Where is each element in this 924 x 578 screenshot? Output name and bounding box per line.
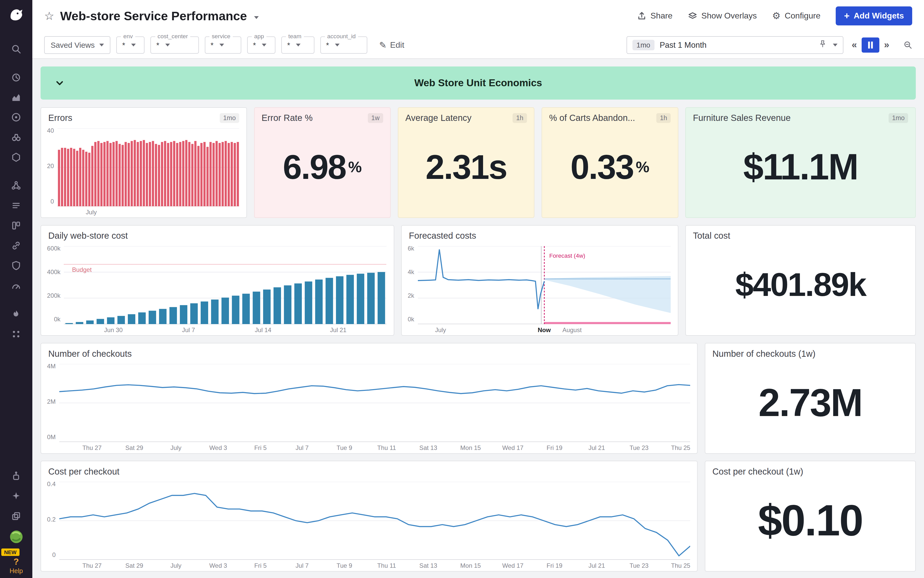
widget-title: Total cost (693, 231, 730, 241)
datadog-logo[interactable] (0, 0, 32, 31)
widget-title: Number of checkouts (1w) (712, 349, 815, 359)
topbar: ☆ Web-store Service Performance Share Sh… (32, 0, 924, 59)
dashboards-icon[interactable] (0, 216, 32, 235)
share-icon (637, 11, 646, 21)
monitors-icon[interactable] (0, 276, 32, 295)
widget-daily-cost: Daily web-store cost 600k400k200k0kBudge… (41, 225, 394, 336)
widget-cost-per-checkout: Cost per checkout 0.40.20Thu 27Sat 29Jul… (41, 461, 698, 572)
template-var-service[interactable]: service * (205, 36, 241, 54)
caret-down-icon (335, 44, 339, 47)
widget-title: Number of checkouts (48, 349, 132, 359)
widget-error-rate: Error Rate % 1w 6.98% (254, 107, 391, 218)
plus-icon: + (844, 11, 849, 21)
assistant-sparkle-icon[interactable] (0, 486, 32, 506)
query-value: $401.89k (686, 242, 915, 335)
page-title: Web-store Service Performance (60, 9, 247, 23)
integrations-icon[interactable] (0, 235, 32, 256)
query-value: 2.31s (398, 125, 534, 218)
widget-title: Furniture Sales Revenue (693, 113, 791, 123)
template-var-team[interactable]: team * (281, 36, 314, 54)
network-icon[interactable] (0, 175, 32, 196)
group-banner: Web Store Unit Economics (41, 67, 916, 100)
favorite-star-icon[interactable]: ☆ (44, 10, 54, 22)
widget-cpc-1w: Cost per checkout (1w) $0.10 (705, 461, 916, 572)
checkouts-chart[interactable]: 4M2M0MThu 27Sat 29JulyWed 3Fri 5Jul 7Tue… (41, 360, 697, 453)
query-value: 0.33% (542, 125, 678, 218)
add-widgets-button[interactable]: + Add Widgets (836, 6, 912, 25)
timeframe-badge: 1h (513, 113, 527, 123)
metrics-icon[interactable] (0, 87, 32, 107)
copy-stack-icon[interactable] (0, 506, 32, 526)
pin-icon[interactable] (818, 39, 827, 50)
forecast-chart[interactable]: 6k4k2k0kForecast (4w)JulyNowAugust (402, 242, 677, 335)
caret-down-icon (165, 44, 170, 47)
template-var-env[interactable]: env * (116, 36, 145, 54)
widget-title: Cost per checkout (1w) (712, 467, 803, 477)
user-avatar[interactable] (0, 526, 32, 547)
caret-down-icon (131, 44, 136, 47)
caret-down-icon (296, 44, 300, 47)
widget-title: Error Rate % (261, 113, 313, 123)
time-range-badge: 1mo (632, 40, 654, 50)
apm-icon[interactable] (0, 127, 32, 147)
widget-carts-abandoned: % of Carts Abandon... 1h 0.33% (542, 107, 678, 218)
errors-chart[interactable]: 40200July (41, 125, 247, 218)
cost-per-checkout-chart[interactable]: 0.40.20Thu 27Sat 29JulyWed 3Fri 5Jul 7Tu… (41, 478, 697, 571)
title-caret-icon[interactable] (254, 11, 259, 21)
infrastructure-icon[interactable] (0, 147, 32, 167)
query-value: 6.98% (255, 125, 390, 218)
group-title: Web Store Unit Economics (414, 77, 542, 89)
pause-icon (867, 42, 874, 49)
timeframe-badge: 1mo (220, 113, 239, 123)
time-back-button[interactable]: « (851, 40, 858, 50)
widget-title: Errors (48, 113, 72, 123)
time-forward-button[interactable]: » (883, 40, 891, 50)
zoom-out-button[interactable] (903, 41, 912, 49)
synthetics-icon[interactable] (0, 324, 32, 344)
gear-icon: ⚙ (772, 11, 781, 21)
daily-cost-chart[interactable]: 600k400k200k0kBudgetJun 30Jul 7Jul 14Jul… (41, 242, 394, 335)
widget-average-latency: Average Latency 1h 2.31s (398, 107, 535, 218)
saved-views-dropdown[interactable]: Saved Views (44, 36, 110, 54)
widget-title: % of Carts Abandon... (549, 113, 635, 123)
widget-title: Daily web-store cost (48, 231, 128, 241)
logs-icon[interactable] (0, 196, 32, 216)
show-overlays-button[interactable]: Show Overlays (688, 11, 757, 21)
agent-icon[interactable] (0, 466, 32, 486)
widget-checkouts-1w: Number of checkouts (1w) 2.73M (705, 343, 916, 454)
pause-button[interactable] (862, 37, 879, 53)
query-value: $11.1M (686, 125, 915, 218)
template-var-account-id[interactable]: account_id * (320, 36, 367, 54)
help-icon[interactable]: ? (14, 557, 19, 567)
widget-number-of-checkouts: Number of checkouts 4M2M0MThu 27Sat 29Ju… (41, 343, 698, 454)
timeframe-badge: 1mo (888, 113, 908, 123)
timeframe-badge: 1w (368, 113, 383, 123)
app-root: NEW ? Help ☆ Web-store Service Performan… (0, 0, 924, 578)
share-button[interactable]: Share (637, 11, 673, 21)
magnifier-minus-icon (903, 41, 912, 49)
time-range-selector[interactable]: 1mo Past 1 Month (627, 36, 843, 54)
history-icon[interactable] (0, 67, 32, 87)
configure-button[interactable]: ⚙ Configure (772, 11, 820, 21)
pencil-icon: ✎ (379, 40, 386, 50)
security-icon[interactable] (0, 256, 32, 276)
watchdog-icon[interactable] (0, 107, 32, 127)
edit-button[interactable]: ✎ Edit (379, 40, 404, 50)
dashboard-content: Web Store Unit Economics Errors 1mo 4020… (32, 59, 924, 578)
search-icon[interactable] (0, 39, 32, 59)
template-var-app[interactable]: app * (247, 36, 275, 54)
widget-title: Cost per checkout (48, 467, 119, 477)
collapse-chevron-icon[interactable] (55, 78, 65, 88)
caret-down-icon (833, 44, 838, 47)
caret-down-icon (262, 44, 266, 47)
overlays-icon (688, 11, 697, 21)
time-range-label: Past 1 Month (659, 41, 706, 50)
help-label[interactable]: Help (10, 567, 23, 575)
incidents-icon[interactable] (0, 304, 32, 324)
timeframe-badge: 1h (656, 113, 671, 123)
query-value: 2.73M (705, 360, 915, 453)
main-area: ☆ Web-store Service Performance Share Sh… (32, 0, 924, 578)
widget-total-cost: Total cost $401.89k (685, 225, 916, 336)
sidebar-nav (0, 39, 32, 344)
template-var-cost-center[interactable]: cost_center * (150, 36, 199, 54)
